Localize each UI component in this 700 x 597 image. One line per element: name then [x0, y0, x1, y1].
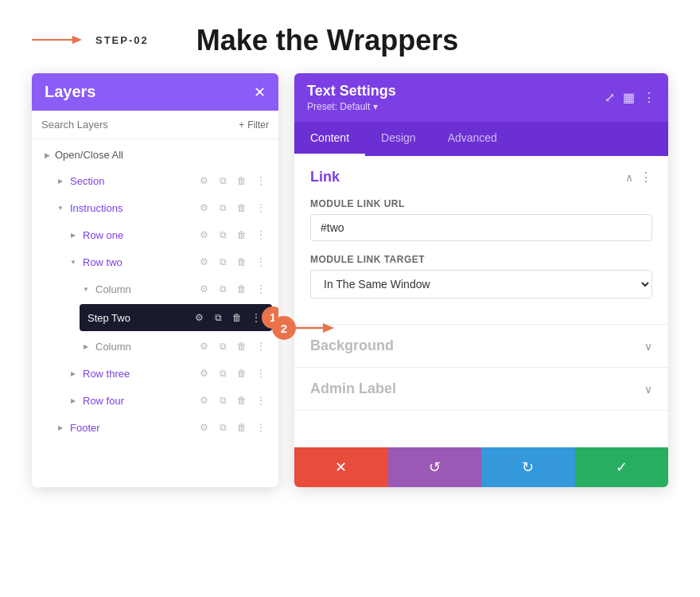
- row-two-copy-button[interactable]: ⧉: [215, 254, 231, 270]
- footer-trash-button[interactable]: 🗑: [234, 419, 250, 435]
- copy-icon: ⧉: [215, 312, 222, 323]
- step-two-trash-button[interactable]: 🗑: [229, 310, 245, 326]
- layer-item-footer[interactable]: Footer ⧉ 🗑 ⋮: [32, 414, 278, 441]
- row-four-copy-button[interactable]: ⧉: [215, 392, 231, 408]
- row-one-menu-button[interactable]: ⋮: [253, 227, 269, 243]
- instructions-copy-button[interactable]: ⧉: [215, 200, 231, 216]
- trash-icon: 🗑: [237, 341, 247, 352]
- row-three-menu-button[interactable]: ⋮: [253, 365, 269, 381]
- menu-icon: ⋮: [256, 422, 266, 433]
- column-1-menu-button[interactable]: ⋮: [253, 281, 269, 297]
- module-link-url-label: Module Link URL: [310, 198, 652, 209]
- step-two-copy-button[interactable]: ⧉: [210, 310, 226, 326]
- cancel-button[interactable]: ✕: [294, 447, 388, 487]
- trash-icon: 🗑: [237, 175, 247, 186]
- row-four-gear-button[interactable]: [196, 392, 212, 408]
- layer-item-column-2[interactable]: Column ⧉ 🗑 ⋮: [32, 333, 278, 360]
- link-section-controls: ∧ ⋮: [625, 170, 652, 185]
- row-four-menu-button[interactable]: ⋮: [253, 392, 269, 408]
- row-three-gear-button[interactable]: [196, 365, 212, 381]
- tab-design[interactable]: Design: [365, 122, 432, 156]
- layer-actions-row-one: ⧉ 🗑 ⋮: [196, 227, 269, 243]
- redo-button[interactable]: ↻: [481, 447, 575, 487]
- row-four-trash-button[interactable]: 🗑: [234, 392, 250, 408]
- expand-icon-button[interactable]: ⤢: [605, 90, 615, 105]
- row-one-gear-button[interactable]: [196, 227, 212, 243]
- column-2-copy-button[interactable]: ⧉: [215, 338, 231, 354]
- section-menu-button[interactable]: ⋮: [253, 173, 269, 189]
- column-2-menu-button[interactable]: ⋮: [253, 338, 269, 354]
- column-2-trash-button[interactable]: 🗑: [234, 338, 250, 354]
- instructions-gear-button[interactable]: [196, 200, 212, 216]
- gear-icon: [200, 368, 208, 379]
- instructions-trash-button[interactable]: 🗑: [234, 200, 250, 216]
- layer-item-section[interactable]: Section ⧉ 🗑 ⋮: [32, 167, 278, 194]
- admin-label-section-header[interactable]: Admin Label ∨: [294, 368, 668, 410]
- module-link-target-label: Module Link Target: [310, 254, 652, 265]
- toggle-row-three-icon: [67, 367, 80, 380]
- background-chevron-down-icon[interactable]: ∨: [644, 340, 652, 353]
- expand-icon: ⤢: [605, 91, 615, 104]
- column-1-gear-button[interactable]: [196, 281, 212, 297]
- dots-icon: ⋮: [643, 91, 655, 104]
- save-button[interactable]: ✓: [575, 447, 669, 487]
- undo-button[interactable]: ↺: [388, 447, 482, 487]
- copy-icon: ⧉: [220, 256, 227, 267]
- trash-icon: 🗑: [237, 395, 247, 406]
- tab-content[interactable]: Content: [294, 122, 365, 156]
- row-three-trash-button[interactable]: 🗑: [234, 365, 250, 381]
- link-section-header[interactable]: Link ∧ ⋮: [294, 156, 668, 198]
- step-two-gear-button[interactable]: [191, 310, 207, 326]
- layer-item-column-1[interactable]: Column ⧉ 🗑 ⋮: [32, 275, 278, 302]
- row-three-copy-button[interactable]: ⧉: [215, 365, 231, 381]
- layer-item-row-four[interactable]: Row four ⧉ 🗑 ⋮: [32, 387, 278, 414]
- layer-item-step-two[interactable]: Step Two ⧉ 🗑 ⋮ 1: [80, 304, 272, 331]
- row-two-menu-button[interactable]: ⋮: [253, 254, 269, 270]
- layer-actions-row-four: ⧉ 🗑 ⋮: [196, 392, 269, 408]
- search-layers-input[interactable]: [41, 119, 232, 131]
- layer-item-row-two[interactable]: Row two ⧉ 🗑 ⋮: [32, 248, 278, 275]
- dots-menu-button[interactable]: ⋮: [643, 90, 655, 105]
- section-trash-button[interactable]: 🗑: [234, 173, 250, 189]
- section-gear-button[interactable]: [196, 173, 212, 189]
- link-chevron-up-icon[interactable]: ∧: [625, 171, 633, 184]
- filter-button[interactable]: + Filter: [239, 119, 269, 131]
- step-arrow-icon: [32, 32, 88, 48]
- columns-icon-button[interactable]: ▦: [623, 90, 635, 105]
- layer-item-row-one[interactable]: Row one ⧉ 🗑 ⋮: [32, 221, 278, 248]
- column-2-gear-button[interactable]: [196, 338, 212, 354]
- toggle-row-four-icon: [67, 394, 80, 407]
- module-link-target-select[interactable]: In The Same Window New Window Custom: [310, 270, 652, 298]
- admin-label-chevron-down-icon[interactable]: ∨: [644, 383, 652, 396]
- tab-advanced[interactable]: Advanced: [432, 122, 513, 156]
- settings-panel: Text Settings Preset: Default ▾ ⤢ ▦ ⋮: [294, 73, 668, 487]
- settings-preset[interactable]: Preset: Default ▾: [307, 101, 396, 112]
- row-two-gear-button[interactable]: [196, 254, 212, 270]
- menu-icon: ⋮: [256, 368, 266, 379]
- row-one-trash-button[interactable]: 🗑: [234, 227, 250, 243]
- copy-icon: ⧉: [220, 175, 227, 186]
- copy-icon: ⧉: [220, 229, 227, 240]
- layer-name-row-two: Row two: [83, 256, 196, 268]
- section-copy-button[interactable]: ⧉: [215, 173, 231, 189]
- footer-menu-button[interactable]: ⋮: [253, 419, 269, 435]
- column-1-copy-button[interactable]: ⧉: [215, 281, 231, 297]
- background-section-title: Background: [310, 338, 394, 354]
- layers-close-button[interactable]: ✕: [254, 85, 266, 100]
- column-1-trash-button[interactable]: 🗑: [234, 281, 250, 297]
- row-one-copy-button[interactable]: ⧉: [215, 227, 231, 243]
- copy-icon: ⧉: [220, 422, 227, 433]
- instructions-menu-button[interactable]: ⋮: [253, 200, 269, 216]
- layer-item-row-three[interactable]: Row three ⧉ 🗑 ⋮: [32, 360, 278, 387]
- arrow-icon: [296, 320, 336, 336]
- layer-item-instructions[interactable]: Instructions ⧉ 🗑 ⋮: [32, 194, 278, 221]
- footer-gear-button[interactable]: [196, 419, 212, 435]
- row-two-trash-button[interactable]: 🗑: [234, 254, 250, 270]
- link-menu-icon[interactable]: ⋮: [640, 170, 652, 185]
- plus-icon: +: [239, 119, 244, 131]
- open-close-all[interactable]: Open/Close All: [32, 142, 278, 167]
- background-section-header[interactable]: Background ∨: [294, 325, 668, 367]
- module-link-url-input[interactable]: [310, 214, 652, 241]
- layer-actions-row-two: ⧉ 🗑 ⋮: [196, 254, 269, 270]
- footer-copy-button[interactable]: ⧉: [215, 419, 231, 435]
